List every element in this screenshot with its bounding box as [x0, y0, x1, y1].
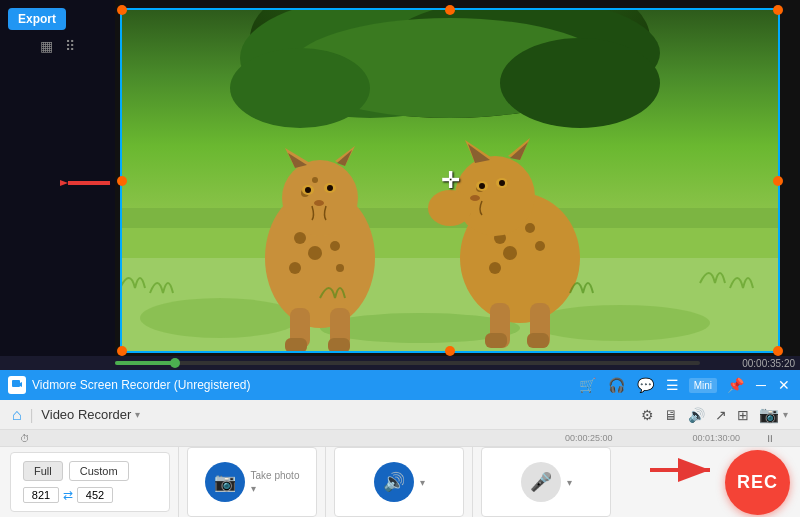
svg-point-19 — [282, 160, 358, 236]
width-input[interactable] — [23, 487, 59, 503]
link-icon[interactable]: ⇄ — [63, 488, 73, 502]
svg-point-26 — [327, 185, 333, 191]
svg-point-15 — [308, 246, 322, 260]
sidebar-icons: ▦ ⠿ — [40, 38, 75, 54]
timeline-controls-row: ⏱ ⏸ 00:00:25:00 00:01:30:00 — [0, 430, 800, 447]
arrow-left-indicator — [60, 168, 115, 202]
cheetah-scene — [120, 8, 780, 353]
svg-rect-34 — [285, 338, 307, 353]
mini-button[interactable]: Mini — [689, 378, 717, 393]
video-area: ▦ ⠿ — [0, 0, 800, 370]
svg-rect-61 — [12, 380, 20, 387]
svg-point-10 — [230, 48, 370, 128]
close-icon[interactable]: ✕ — [776, 375, 792, 395]
timeline-progress — [115, 361, 175, 365]
audio-panel[interactable]: 🔊 ▾ — [334, 447, 464, 517]
arrow-right-indicator — [645, 455, 725, 489]
svg-point-41 — [489, 262, 501, 274]
pin-icon[interactable]: 📌 — [725, 375, 746, 395]
recorder-app-icon — [8, 376, 26, 394]
full-button[interactable]: Full — [23, 461, 63, 481]
divider-2 — [325, 447, 326, 517]
time-display: 00:00:35:20 — [742, 358, 795, 369]
svg-point-46 — [479, 183, 485, 189]
svg-point-42 — [455, 156, 535, 236]
svg-point-40 — [535, 241, 545, 251]
divider-1 — [178, 447, 179, 517]
cart-icon[interactable]: 🛒 — [577, 375, 598, 395]
svg-point-3 — [140, 298, 300, 338]
svg-point-24 — [305, 187, 311, 193]
rec-label: REC — [737, 472, 778, 493]
time-marker-1: 00:00:25:00 — [565, 433, 613, 443]
svg-point-54 — [428, 190, 472, 226]
home-button[interactable]: ⌂ — [12, 406, 22, 424]
camera-icon: 📷 — [759, 405, 779, 424]
svg-point-39 — [503, 246, 517, 260]
video-recorder-text: Video Recorder — [41, 407, 131, 422]
menu-icon[interactable]: ☰ — [664, 375, 681, 395]
svg-point-38 — [525, 223, 535, 233]
audio-dropdown-icon: ▾ — [420, 477, 425, 488]
timeline-track[interactable] — [115, 361, 700, 365]
capture-buttons-row: Full Custom — [23, 461, 157, 481]
chat-icon[interactable]: 💬 — [635, 375, 656, 395]
webcam-sublabel: Take photo — [251, 470, 300, 481]
svg-point-49 — [470, 195, 480, 201]
minimize-icon[interactable]: ─ — [754, 375, 768, 395]
controls-top-bar: ⌂ | Video Recorder ▾ ⚙ 🖥 🔊 ↗ ⊞ 📷 ▾ — [0, 400, 800, 430]
divider-3 — [472, 447, 473, 517]
svg-point-22 — [312, 177, 318, 183]
camera-dropdown-icon: ▾ — [783, 409, 788, 420]
mic-panel[interactable]: 🎤 ▾ — [481, 447, 611, 517]
time-markers: 00:00:25:00 00:01:30:00 — [565, 433, 740, 443]
svg-rect-58 — [527, 333, 549, 348]
camera-section[interactable]: 📷 ▾ — [759, 405, 788, 424]
svg-marker-62 — [20, 382, 22, 387]
webcam-icon: 📷 — [205, 462, 245, 502]
svg-point-5 — [530, 305, 710, 341]
headset-icon[interactable]: 🎧 — [606, 375, 627, 395]
controls-top-right: ⚙ 🖥 🔊 ↗ ⊞ 📷 ▾ — [641, 405, 788, 424]
recorder-bar: Vidmore Screen Recorder (Unregistered) 🛒… — [0, 370, 800, 400]
display-icon[interactable]: 🖥 — [664, 407, 678, 423]
separator-1: | — [30, 407, 34, 423]
svg-point-17 — [289, 262, 301, 274]
grid-icon[interactable]: ⠿ — [65, 38, 75, 54]
settings-icon[interactable]: ⚙ — [641, 407, 654, 423]
mic-dropdown-icon: ▾ — [567, 477, 572, 488]
audio-icon: 🔊 — [374, 462, 414, 502]
layout-icon[interactable]: ⊞ — [737, 407, 749, 423]
webcam-dropdown-icon: ▾ — [251, 483, 300, 494]
svg-rect-57 — [485, 333, 507, 348]
svg-point-11 — [500, 38, 660, 128]
filter-icon[interactable]: ▦ — [40, 38, 53, 54]
timeline-bar: 00:00:35:20 — [0, 356, 800, 370]
svg-rect-35 — [328, 338, 350, 353]
svg-point-27 — [314, 200, 324, 206]
export-small-icon[interactable]: ↗ — [715, 407, 727, 423]
custom-button[interactable]: Custom — [69, 461, 129, 481]
size-row: ⇄ — [23, 487, 157, 503]
capture-region-panel: Full Custom ⇄ — [10, 452, 170, 512]
time-marker-2: 00:01:30:00 — [692, 433, 740, 443]
recorder-controls: 🛒 🎧 💬 ☰ Mini 📌 ─ ✕ — [577, 375, 792, 395]
timeline-dot — [170, 358, 180, 368]
svg-point-13 — [294, 232, 306, 244]
clock-icon-small: ⏱ — [20, 433, 30, 444]
video-recorder-label[interactable]: Video Recorder ▾ — [41, 407, 140, 422]
mic-icon: 🎤 — [521, 462, 561, 502]
speaker-icon[interactable]: 🔊 — [688, 407, 705, 423]
svg-marker-53 — [510, 142, 528, 160]
webcam-panel[interactable]: 📷 Take photo ▾ — [187, 447, 317, 517]
pause-icon[interactable]: ⏸ — [765, 433, 775, 444]
svg-point-48 — [499, 180, 505, 186]
rec-section: REC — [725, 450, 790, 515]
export-button[interactable]: Export — [8, 8, 66, 30]
recorder-title: Vidmore Screen Recorder (Unregistered) — [32, 378, 571, 392]
height-input[interactable] — [77, 487, 113, 503]
svg-point-18 — [336, 264, 344, 272]
chevron-down-icon: ▾ — [135, 409, 140, 420]
video-content — [120, 8, 780, 353]
rec-button[interactable]: REC — [725, 450, 790, 515]
